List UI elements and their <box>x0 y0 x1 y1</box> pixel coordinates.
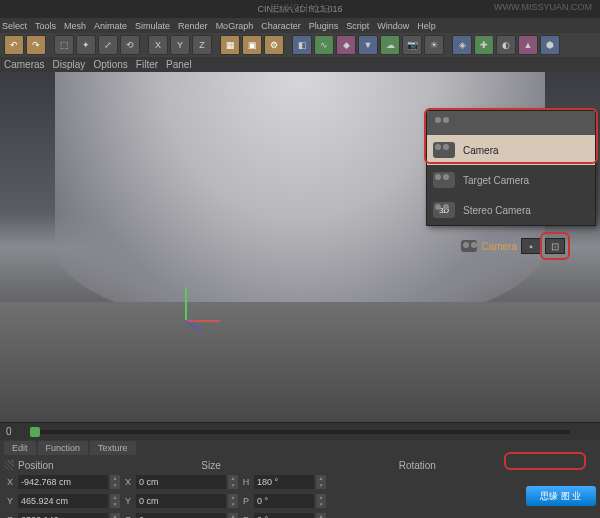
popup-label: Camera <box>463 145 499 156</box>
header-size: Size <box>201 460 220 471</box>
camera-icon <box>433 115 455 131</box>
popup-item-target-camera[interactable]: Target Camera <box>427 165 595 195</box>
pos-x-input[interactable] <box>18 475 108 489</box>
spinner[interactable]: ▲▼ <box>316 513 326 518</box>
menu-animate[interactable]: Animate <box>94 21 127 31</box>
rot-b-input[interactable] <box>254 513 314 518</box>
axis-y[interactable]: Y <box>170 35 190 55</box>
object-tag-button[interactable]: ⊡ <box>545 238 565 254</box>
scale-tool[interactable]: ⤢ <box>98 35 118 55</box>
menu-select[interactable]: Select <box>2 21 27 31</box>
popup-item-camera[interactable]: Camera <box>427 135 595 165</box>
titlebar: CINEMA 4D R13.016 <box>0 0 600 18</box>
popup-item-stereo-camera[interactable]: 3D Stereo Camera <box>427 195 595 225</box>
tool-e[interactable]: ⬢ <box>540 35 560 55</box>
deformer-button[interactable]: ▼ <box>358 35 378 55</box>
label-h: H <box>240 477 252 487</box>
size-y-input[interactable] <box>136 494 226 508</box>
menu-help[interactable]: Help <box>417 21 436 31</box>
tool-d[interactable]: ▲ <box>518 35 538 55</box>
axis-gizmo[interactable] <box>165 282 205 322</box>
rot-h-input[interactable] <box>254 475 314 489</box>
timeline[interactable]: 0 <box>0 422 600 440</box>
popup-header <box>427 111 595 135</box>
spinner[interactable]: ▲▼ <box>228 513 238 518</box>
object-label[interactable]: Camera <box>481 241 517 252</box>
tab-texture[interactable]: Texture <box>90 441 136 455</box>
spinner[interactable]: ▲▼ <box>316 475 326 489</box>
attribute-tabs: Edit Function Texture <box>0 440 600 456</box>
coordinates-panel: Position Size Rotation X ▲▼ X ▲▼ H ▲▼ Y … <box>0 456 600 518</box>
camera-3d-icon: 3D <box>433 202 455 218</box>
toolbar: ↶ ↷ ⬚ ✦ ⤢ ⟲ X Y Z ▦ ▣ ⚙ ◧ ∿ ◆ ▼ ☁ 📷 ☀ ◈ … <box>0 33 600 57</box>
menubar: Select Tools Mesh Animate Simulate Rende… <box>0 18 600 33</box>
object-manager-row[interactable]: └ Camera ▪ ⊡ <box>450 238 565 254</box>
menu-window[interactable]: Window <box>377 21 409 31</box>
generator-button[interactable]: ◆ <box>336 35 356 55</box>
object-visibility-button[interactable]: ▪ <box>521 238 541 254</box>
redo-button[interactable]: ↷ <box>26 35 46 55</box>
tab-function[interactable]: Function <box>38 441 89 455</box>
size-z-input[interactable] <box>136 513 226 518</box>
size-x-input[interactable] <box>136 475 226 489</box>
tool-b[interactable]: ✚ <box>474 35 494 55</box>
pos-z-input[interactable] <box>18 513 108 518</box>
menu-simulate[interactable]: Simulate <box>135 21 170 31</box>
label-y: Y <box>122 496 134 506</box>
timeline-track[interactable] <box>30 430 570 434</box>
menu-render[interactable]: Render <box>178 21 208 31</box>
rotate-tool[interactable]: ⟲ <box>120 35 140 55</box>
vp-panel[interactable]: Panel <box>166 59 192 70</box>
rot-p-input[interactable] <box>254 494 314 508</box>
camera-icon <box>433 172 455 188</box>
label-y: Y <box>4 496 16 506</box>
vp-display[interactable]: Display <box>53 59 86 70</box>
render-region[interactable]: ▣ <box>242 35 262 55</box>
camera-button[interactable]: 📷 <box>402 35 422 55</box>
vp-cameras[interactable]: Cameras <box>4 59 45 70</box>
primitive-button[interactable]: ◧ <box>292 35 312 55</box>
tool-a[interactable]: ◈ <box>452 35 472 55</box>
menu-plugins[interactable]: Plugins <box>309 21 339 31</box>
spinner[interactable]: ▲▼ <box>316 494 326 508</box>
viewport-menubar: Cameras Display Options Filter Panel <box>0 57 600 72</box>
menu-mograph[interactable]: MoGraph <box>216 21 254 31</box>
render-settings[interactable]: ⚙ <box>264 35 284 55</box>
menu-character[interactable]: Character <box>261 21 301 31</box>
render-button[interactable]: ▦ <box>220 35 240 55</box>
axis-x-handle[interactable] <box>185 320 220 322</box>
tab-edit[interactable]: Edit <box>4 441 36 455</box>
scene-floor <box>0 302 600 422</box>
light-button[interactable]: ☀ <box>424 35 444 55</box>
axis-x[interactable]: X <box>148 35 168 55</box>
spinner[interactable]: ▲▼ <box>110 475 120 489</box>
spinner[interactable]: ▲▼ <box>110 494 120 508</box>
popup-label: Target Camera <box>463 175 529 186</box>
spinner[interactable]: ▲▼ <box>110 513 120 518</box>
popup-label: Stereo Camera <box>463 205 531 216</box>
app-title: CINEMA 4D R13.016 <box>4 4 596 14</box>
spinner[interactable]: ▲▼ <box>228 475 238 489</box>
label-x: X <box>4 477 16 487</box>
camera-icon <box>433 142 455 158</box>
axis-z[interactable]: Z <box>192 35 212 55</box>
hatch-icon <box>4 460 14 470</box>
header-rotation: Rotation <box>399 460 436 471</box>
pos-y-input[interactable] <box>18 494 108 508</box>
select-tool[interactable]: ⬚ <box>54 35 74 55</box>
label-x: X <box>122 477 134 487</box>
axis-y-handle[interactable] <box>185 287 187 322</box>
spline-button[interactable]: ∿ <box>314 35 334 55</box>
camera-popup: Camera Target Camera 3D Stereo Camera <box>426 110 596 226</box>
environment-button[interactable]: ☁ <box>380 35 400 55</box>
undo-button[interactable]: ↶ <box>4 35 24 55</box>
menu-mesh[interactable]: Mesh <box>64 21 86 31</box>
menu-tools[interactable]: Tools <box>35 21 56 31</box>
move-tool[interactable]: ✦ <box>76 35 96 55</box>
menu-script[interactable]: Script <box>346 21 369 31</box>
tool-c[interactable]: ◐ <box>496 35 516 55</box>
viewport[interactable]: Camera Target Camera 3D Stereo Camera └ … <box>0 72 600 422</box>
spinner[interactable]: ▲▼ <box>228 494 238 508</box>
vp-filter[interactable]: Filter <box>136 59 158 70</box>
vp-options[interactable]: Options <box>93 59 127 70</box>
